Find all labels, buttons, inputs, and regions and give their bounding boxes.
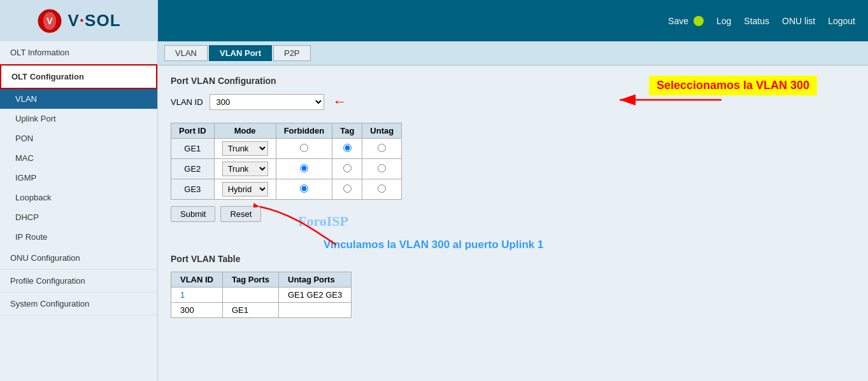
sidebar-item-onu-configuration[interactable]: ONU Configuration <box>0 247 157 270</box>
sidebar-item-dhcp[interactable]: DHCP <box>0 207 157 227</box>
tag-ge3-radio[interactable] <box>343 184 352 193</box>
sidebar-item-pon[interactable]: PON <box>0 128 157 148</box>
mode-ge3-select[interactable]: Hybrid Trunk Access <box>222 182 268 197</box>
sidebar-item-loopback[interactable]: Loopback <box>0 188 157 207</box>
vlan-row2-untag <box>279 303 352 318</box>
main-layout: OLT Information OLT Configuration VLAN U… <box>0 41 868 381</box>
tag-ge2-radio[interactable] <box>343 164 352 172</box>
vlan-row1-tag <box>223 287 279 303</box>
onu-list-link[interactable]: ONU list <box>782 16 815 26</box>
port-ge3: GE3 <box>171 179 215 200</box>
forbidden-ge2-cell[interactable] <box>276 159 332 179</box>
vlan-id-label: VLAN ID <box>171 97 203 107</box>
vlan-row1-untag: GE1 GE2 GE3 <box>279 287 352 303</box>
arrow-right-icon: ← <box>333 94 347 110</box>
untag-ge3-cell[interactable] <box>362 179 402 200</box>
tab-p2p[interactable]: P2P <box>273 45 311 61</box>
col-mode: Mode <box>214 123 276 139</box>
vsol-logo-icon: V <box>37 8 62 34</box>
col-untag: Untag <box>362 123 402 139</box>
tag-ge3-cell[interactable] <box>332 179 362 200</box>
vlan-table-title: Port VLAN Table <box>171 254 855 264</box>
vlan-col-tag: Tag Ports <box>223 272 279 287</box>
header-nav: Log Status ONU list Logout <box>716 16 855 26</box>
sidebar-item-olt-configuration[interactable]: OLT Configuration <box>0 64 157 89</box>
vlan-col-untag: Untag Ports <box>279 272 352 287</box>
table-row: 1 GE1 GE2 GE3 <box>171 287 352 303</box>
untag-ge3-radio[interactable] <box>378 184 386 193</box>
svg-text:V: V <box>47 16 53 26</box>
tab-vlan-port[interactable]: VLAN Port <box>209 45 272 61</box>
forbidden-ge3-radio[interactable] <box>300 184 308 193</box>
vlan-table-area: Port VLAN Table VLAN ID Tag Ports Untag … <box>171 254 855 318</box>
table-row: GE2 Trunk Hybrid Access <box>171 159 402 179</box>
table-row: GE3 Hybrid Trunk Access <box>171 179 402 200</box>
tab-bar: VLAN VLAN Port P2P <box>158 41 868 66</box>
vlan-row2-id: 300 <box>171 303 223 318</box>
sidebar-item-ip-route[interactable]: IP Route <box>0 227 157 247</box>
logo: V V·SOL <box>37 8 120 34</box>
vlan-id-select[interactable]: 300 1 <box>210 94 324 110</box>
vlan-row2-tag: GE1 <box>223 303 279 318</box>
submit-button[interactable]: Submit <box>171 206 215 222</box>
sidebar-item-uplink-port[interactable]: Uplink Port <box>0 109 157 128</box>
sidebar-item-mac[interactable]: MAC <box>0 148 157 168</box>
tag-ge1-radio[interactable] <box>343 144 352 152</box>
vlan-table: VLAN ID Tag Ports Untag Ports 1 GE1 GE2 … <box>171 272 352 318</box>
logout-link[interactable]: Logout <box>828 16 855 26</box>
mode-ge2-select[interactable]: Trunk Hybrid Access <box>222 162 268 176</box>
mode-ge1-select[interactable]: Trunk Hybrid Access <box>222 141 268 156</box>
arrow-annotation-svg <box>613 94 728 119</box>
mode-ge3-cell: Hybrid Trunk Access <box>214 179 276 200</box>
forbidden-ge1-radio[interactable] <box>300 144 308 152</box>
port-ge2: GE2 <box>171 159 215 179</box>
table-row: 300 GE1 <box>171 303 352 318</box>
forbidden-ge3-cell[interactable] <box>276 179 332 200</box>
sidebar-item-vlan[interactable]: VLAN <box>0 89 157 109</box>
sidebar-item-system-configuration[interactable]: System Configuration <box>0 293 157 315</box>
header-right: Save Log Status ONU list Logout <box>158 16 868 26</box>
sidebar: OLT Information OLT Configuration VLAN U… <box>0 41 158 381</box>
logo-area: V V·SOL <box>0 0 158 41</box>
tag-ge1-cell[interactable] <box>332 139 362 159</box>
tag-ge2-cell[interactable] <box>332 159 362 179</box>
forbidden-ge2-radio[interactable] <box>300 164 308 172</box>
untag-ge2-radio[interactable] <box>378 164 386 172</box>
mode-ge2-cell: Trunk Hybrid Access <box>214 159 276 179</box>
untag-ge1-cell[interactable] <box>362 139 402 159</box>
untag-ge1-radio[interactable] <box>378 144 386 152</box>
sidebar-item-igmp[interactable]: IGMP <box>0 168 157 188</box>
status-indicator <box>694 16 704 26</box>
vlan-id-row: VLAN ID 300 1 ← <box>171 94 855 110</box>
vlan-col-id: VLAN ID <box>171 272 223 287</box>
table-row: GE1 Trunk Hybrid Access <box>171 139 402 159</box>
sidebar-item-profile-configuration[interactable]: Profile Configuration <box>0 270 157 293</box>
untag-ge2-cell[interactable] <box>362 159 402 179</box>
save-button[interactable]: Save <box>668 16 704 26</box>
mode-ge1-cell: Trunk Hybrid Access <box>214 139 276 159</box>
forbidden-ge1-cell[interactable] <box>276 139 332 159</box>
logo-text: V·SOL <box>68 11 120 31</box>
header: V V·SOL Save Log Status ONU list Logout <box>0 0 868 41</box>
status-link[interactable]: Status <box>744 16 769 26</box>
port-ge1: GE1 <box>171 139 215 159</box>
annotation-vlan-300: Seleccionamos la VLAN 300 <box>649 76 817 95</box>
annotation-uplink: Vinculamos la VLAN 300 al puerto Uplink … <box>324 239 543 251</box>
content-body: Port VLAN Configuration VLAN ID 300 1 ← … <box>158 66 868 328</box>
log-link[interactable]: Log <box>716 16 731 26</box>
sidebar-item-olt-information[interactable]: OLT Information <box>0 41 157 64</box>
col-port-id: Port ID <box>171 123 215 139</box>
col-forbidden: Forbidden <box>276 123 332 139</box>
content-area: VLAN VLAN Port P2P Port VLAN Configurati… <box>158 41 868 381</box>
vlan-row1-id: 1 <box>171 287 223 303</box>
col-tag: Tag <box>332 123 362 139</box>
arrow2-svg <box>253 200 349 251</box>
tab-vlan[interactable]: VLAN <box>164 45 208 61</box>
port-config-table: Port ID Mode Forbidden Tag Untag GE1 Tru… <box>171 123 402 200</box>
